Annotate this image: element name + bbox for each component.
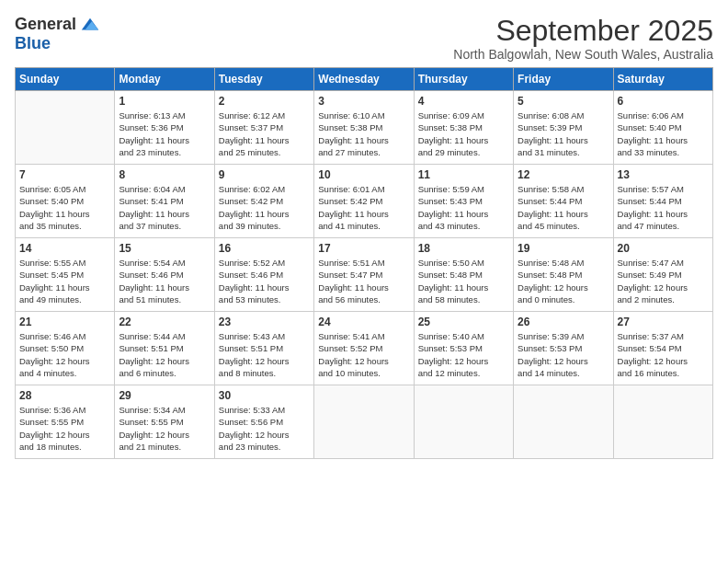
- day-number: 17: [318, 242, 409, 255]
- day-number: 24: [318, 316, 409, 328]
- weekday-header-saturday: Saturday: [613, 68, 712, 91]
- calendar-cell: 16Sunrise: 5:52 AM Sunset: 5:46 PM Dayli…: [214, 238, 313, 312]
- weekday-header-sunday: Sunday: [16, 68, 115, 91]
- calendar-cell: 10Sunrise: 6:01 AM Sunset: 5:42 PM Dayli…: [314, 165, 414, 238]
- day-info: Sunrise: 6:02 AM Sunset: 5:42 PM Dayligh…: [219, 183, 310, 232]
- day-number: 22: [119, 316, 210, 328]
- day-number: 27: [618, 316, 709, 328]
- day-number: 15: [119, 242, 210, 255]
- calendar-cell: 13Sunrise: 5:57 AM Sunset: 5:44 PM Dayli…: [613, 165, 712, 238]
- weekday-header-wednesday: Wednesday: [314, 68, 414, 91]
- calendar-cell: 28Sunrise: 5:36 AM Sunset: 5:55 PM Dayli…: [16, 385, 115, 459]
- day-info: Sunrise: 5:54 AM Sunset: 5:46 PM Dayligh…: [119, 257, 210, 305]
- day-info: Sunrise: 5:33 AM Sunset: 5:56 PM Dayligh…: [219, 404, 310, 453]
- day-info: Sunrise: 5:59 AM Sunset: 5:43 PM Dayligh…: [418, 183, 509, 232]
- location-subtitle: North Balgowlah, New South Wales, Austra…: [453, 47, 713, 62]
- day-info: Sunrise: 5:47 AM Sunset: 5:49 PM Dayligh…: [618, 257, 709, 305]
- calendar-cell: [514, 385, 613, 459]
- calendar-cell: 4Sunrise: 6:09 AM Sunset: 5:38 PM Daylig…: [414, 91, 513, 165]
- day-number: 2: [219, 95, 310, 108]
- calendar-cell: 9Sunrise: 6:02 AM Sunset: 5:42 PM Daylig…: [214, 165, 313, 238]
- day-info: Sunrise: 6:13 AM Sunset: 5:36 PM Dayligh…: [119, 109, 210, 158]
- calendar-cell: 14Sunrise: 5:55 AM Sunset: 5:45 PM Dayli…: [16, 238, 115, 312]
- calendar-cell: 24Sunrise: 5:41 AM Sunset: 5:52 PM Dayli…: [314, 312, 414, 385]
- day-info: Sunrise: 6:09 AM Sunset: 5:38 PM Dayligh…: [418, 109, 509, 158]
- calendar-week-row: 1Sunrise: 6:13 AM Sunset: 5:36 PM Daylig…: [16, 91, 713, 165]
- calendar-cell: 29Sunrise: 5:34 AM Sunset: 5:55 PM Dayli…: [115, 385, 214, 459]
- logo-general: General: [15, 16, 76, 34]
- day-info: Sunrise: 6:12 AM Sunset: 5:37 PM Dayligh…: [219, 109, 310, 158]
- day-number: 8: [119, 168, 210, 181]
- calendar-week-row: 7Sunrise: 6:05 AM Sunset: 5:40 PM Daylig…: [16, 165, 713, 238]
- day-number: 23: [219, 316, 310, 328]
- day-number: 29: [119, 389, 210, 402]
- day-info: Sunrise: 5:48 AM Sunset: 5:48 PM Dayligh…: [518, 257, 609, 305]
- day-number: 14: [19, 242, 110, 255]
- calendar-cell: 15Sunrise: 5:54 AM Sunset: 5:46 PM Dayli…: [115, 238, 214, 312]
- day-number: 25: [418, 316, 509, 328]
- month-title: September 2025: [453, 15, 713, 47]
- calendar-cell: 26Sunrise: 5:39 AM Sunset: 5:53 PM Dayli…: [514, 312, 613, 385]
- calendar-cell: [613, 385, 712, 459]
- day-info: Sunrise: 5:41 AM Sunset: 5:52 PM Dayligh…: [318, 330, 409, 379]
- calendar-cell: 11Sunrise: 5:59 AM Sunset: 5:43 PM Dayli…: [414, 165, 513, 238]
- day-info: Sunrise: 6:06 AM Sunset: 5:40 PM Dayligh…: [618, 109, 709, 158]
- weekday-header-thursday: Thursday: [414, 68, 513, 91]
- day-number: 3: [318, 95, 409, 108]
- day-info: Sunrise: 6:08 AM Sunset: 5:39 PM Dayligh…: [518, 109, 609, 158]
- calendar-cell: 19Sunrise: 5:48 AM Sunset: 5:48 PM Dayli…: [514, 238, 613, 312]
- day-info: Sunrise: 6:04 AM Sunset: 5:41 PM Dayligh…: [119, 183, 210, 232]
- day-number: 5: [518, 95, 609, 108]
- day-info: Sunrise: 5:40 AM Sunset: 5:53 PM Dayligh…: [418, 330, 509, 379]
- calendar-cell: 22Sunrise: 5:44 AM Sunset: 5:51 PM Dayli…: [115, 312, 214, 385]
- day-number: 16: [219, 242, 310, 255]
- day-number: 18: [418, 242, 509, 255]
- day-number: 21: [19, 316, 110, 328]
- day-number: 4: [418, 95, 509, 108]
- day-number: 30: [219, 389, 310, 402]
- day-info: Sunrise: 5:36 AM Sunset: 5:55 PM Dayligh…: [19, 404, 110, 453]
- day-info: Sunrise: 6:10 AM Sunset: 5:38 PM Dayligh…: [318, 109, 409, 158]
- day-info: Sunrise: 5:55 AM Sunset: 5:45 PM Dayligh…: [19, 257, 110, 305]
- day-number: 26: [518, 316, 609, 328]
- day-info: Sunrise: 5:44 AM Sunset: 5:51 PM Dayligh…: [119, 330, 210, 379]
- calendar-cell: 18Sunrise: 5:50 AM Sunset: 5:48 PM Dayli…: [414, 238, 513, 312]
- day-info: Sunrise: 5:39 AM Sunset: 5:53 PM Dayligh…: [518, 330, 609, 379]
- weekday-header-row: SundayMondayTuesdayWednesdayThursdayFrid…: [16, 68, 713, 91]
- logo: General Blue: [15, 15, 100, 53]
- day-number: 7: [19, 168, 110, 181]
- weekday-header-monday: Monday: [115, 68, 214, 91]
- day-info: Sunrise: 5:52 AM Sunset: 5:46 PM Dayligh…: [219, 257, 310, 305]
- calendar-table: SundayMondayTuesdayWednesdayThursdayFrid…: [15, 67, 713, 459]
- day-info: Sunrise: 5:46 AM Sunset: 5:50 PM Dayligh…: [19, 330, 110, 379]
- calendar-week-row: 14Sunrise: 5:55 AM Sunset: 5:45 PM Dayli…: [16, 238, 713, 312]
- day-info: Sunrise: 6:01 AM Sunset: 5:42 PM Dayligh…: [318, 183, 409, 232]
- calendar-cell: [414, 385, 513, 459]
- calendar-cell: 2Sunrise: 6:12 AM Sunset: 5:37 PM Daylig…: [214, 91, 313, 165]
- calendar-cell: 7Sunrise: 6:05 AM Sunset: 5:40 PM Daylig…: [16, 165, 115, 238]
- day-number: 19: [518, 242, 609, 255]
- weekday-header-friday: Friday: [514, 68, 613, 91]
- calendar-cell: 30Sunrise: 5:33 AM Sunset: 5:56 PM Dayli…: [214, 385, 313, 459]
- calendar-cell: 21Sunrise: 5:46 AM Sunset: 5:50 PM Dayli…: [16, 312, 115, 385]
- title-block: September 2025 North Balgowlah, New Sout…: [453, 15, 713, 62]
- calendar-week-row: 28Sunrise: 5:36 AM Sunset: 5:55 PM Dayli…: [16, 385, 713, 459]
- calendar-cell: 27Sunrise: 5:37 AM Sunset: 5:54 PM Dayli…: [613, 312, 712, 385]
- calendar-cell: 6Sunrise: 6:06 AM Sunset: 5:40 PM Daylig…: [613, 91, 712, 165]
- day-info: Sunrise: 5:51 AM Sunset: 5:47 PM Dayligh…: [318, 257, 409, 305]
- day-number: 6: [618, 95, 709, 108]
- day-number: 12: [518, 168, 609, 181]
- calendar-cell: 1Sunrise: 6:13 AM Sunset: 5:36 PM Daylig…: [115, 91, 214, 165]
- day-number: 9: [219, 168, 310, 181]
- calendar-cell: 8Sunrise: 6:04 AM Sunset: 5:41 PM Daylig…: [115, 165, 214, 238]
- logo-blue: Blue: [15, 35, 51, 53]
- calendar-cell: 25Sunrise: 5:40 AM Sunset: 5:53 PM Dayli…: [414, 312, 513, 385]
- day-info: Sunrise: 5:58 AM Sunset: 5:44 PM Dayligh…: [518, 183, 609, 232]
- calendar-cell: 20Sunrise: 5:47 AM Sunset: 5:49 PM Dayli…: [613, 238, 712, 312]
- day-info: Sunrise: 6:05 AM Sunset: 5:40 PM Dayligh…: [19, 183, 110, 232]
- calendar-cell: [16, 91, 115, 165]
- day-number: 11: [418, 168, 509, 181]
- calendar-cell: 5Sunrise: 6:08 AM Sunset: 5:39 PM Daylig…: [514, 91, 613, 165]
- day-info: Sunrise: 5:43 AM Sunset: 5:51 PM Dayligh…: [219, 330, 310, 379]
- weekday-header-tuesday: Tuesday: [214, 68, 313, 91]
